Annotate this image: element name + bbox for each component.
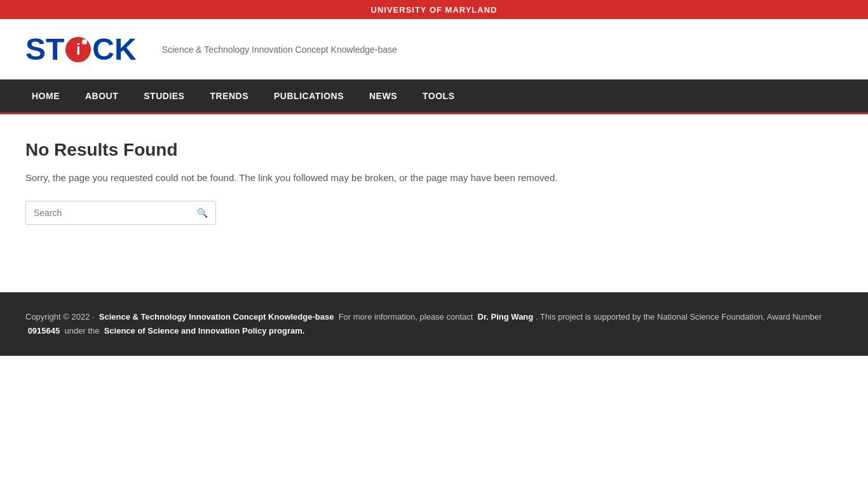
search-icon: 🔍: [197, 208, 208, 218]
nav-list: HOME ABOUT STUDIES TRENDS PUBLICATIONS N…: [0, 79, 868, 112]
nav-link-publications[interactable]: PUBLICATIONS: [261, 79, 356, 112]
navbar: HOME ABOUT STUDIES TRENDS PUBLICATIONS N…: [0, 79, 868, 114]
error-title: No Results Found: [25, 140, 843, 160]
footer-contact-prefix: For more information, please contact: [339, 312, 473, 322]
nav-item-news: NEWS: [356, 79, 410, 112]
logo-ck: CK: [92, 32, 136, 67]
nav-link-about[interactable]: ABOUT: [72, 79, 131, 112]
nav-link-studies[interactable]: STUDIES: [131, 79, 197, 112]
footer-site-name: Science & Technology Innovation Concept …: [99, 312, 334, 322]
footer-program-name: Science of Science and Innovation Policy…: [104, 326, 305, 336]
logo-st: ST: [25, 32, 64, 67]
nav-item-publications: PUBLICATIONS: [261, 79, 356, 112]
nav-item-about: ABOUT: [72, 79, 131, 112]
nav-link-tools[interactable]: TOOLS: [410, 79, 467, 112]
footer-text: Copyright © 2022 · Science & Technology …: [25, 310, 843, 338]
site-tagline: Science & Technology Innovation Concept …: [162, 44, 397, 55]
nav-link-news[interactable]: NEWS: [356, 79, 410, 112]
footer-copyright: Copyright © 2022 ·: [25, 312, 95, 322]
search-button[interactable]: 🔍: [189, 201, 215, 224]
logo-link[interactable]: ST i CK: [25, 32, 137, 67]
footer-award-number: 0915645: [28, 326, 60, 336]
footer: Copyright © 2022 · Science & Technology …: [0, 292, 868, 356]
footer-program-prefix: under the: [64, 326, 99, 336]
nav-item-tools: TOOLS: [410, 79, 467, 112]
logo-container: ST i CK: [25, 32, 137, 67]
nav-item-studies: STUDIES: [131, 79, 197, 112]
top-bar: UNIVERSITY OF MARYLAND: [0, 0, 868, 19]
nav-item-home: HOME: [19, 79, 72, 112]
university-name: UNIVERSITY OF MARYLAND: [371, 5, 498, 15]
nav-item-trends: TRENDS: [197, 79, 261, 112]
nav-link-trends[interactable]: TRENDS: [197, 79, 261, 112]
footer-support-text: . This project is supported by the Natio…: [536, 312, 822, 322]
search-form[interactable]: 🔍: [25, 201, 216, 225]
logo-i-icon: i: [65, 37, 91, 62]
header: ST i CK Science & Technology Innovation …: [0, 19, 868, 79]
error-description: Sorry, the page you requested could not …: [25, 170, 843, 186]
main-content: No Results Found Sorry, the page you req…: [0, 114, 868, 292]
footer-contact-name: Dr. Ping Wang: [478, 312, 534, 322]
search-input[interactable]: [26, 201, 189, 224]
nav-link-home[interactable]: HOME: [19, 79, 72, 112]
